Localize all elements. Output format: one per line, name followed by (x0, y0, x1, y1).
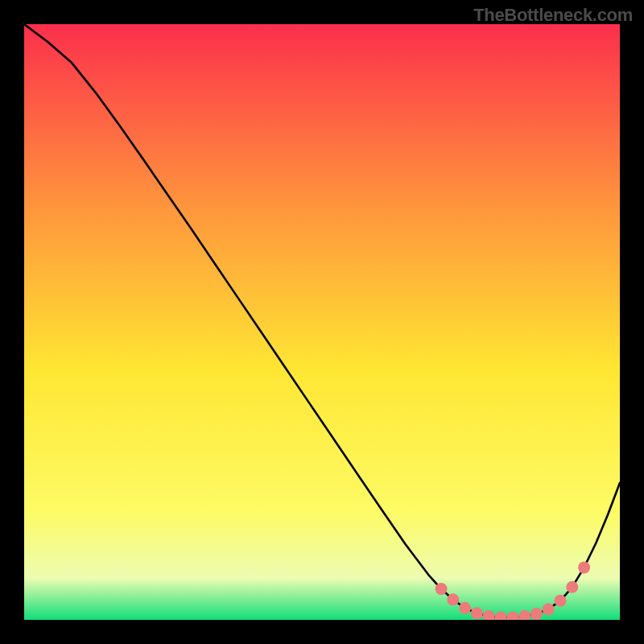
highlight-dot (578, 561, 590, 573)
watermark-text: TheBottleneck.com (473, 5, 633, 26)
highlight-dot (459, 602, 471, 614)
highlight-dot (543, 603, 555, 615)
chart-frame: TheBottleneck.com (0, 0, 644, 644)
chart-background (24, 24, 620, 620)
highlight-dot (436, 583, 448, 595)
highlight-dot (530, 608, 543, 620)
chart-plot-area (24, 24, 620, 620)
highlight-dot (447, 593, 459, 605)
chart-svg (24, 24, 620, 620)
highlight-dot (471, 607, 483, 619)
highlight-dot (555, 595, 567, 607)
highlight-dot (566, 581, 578, 593)
